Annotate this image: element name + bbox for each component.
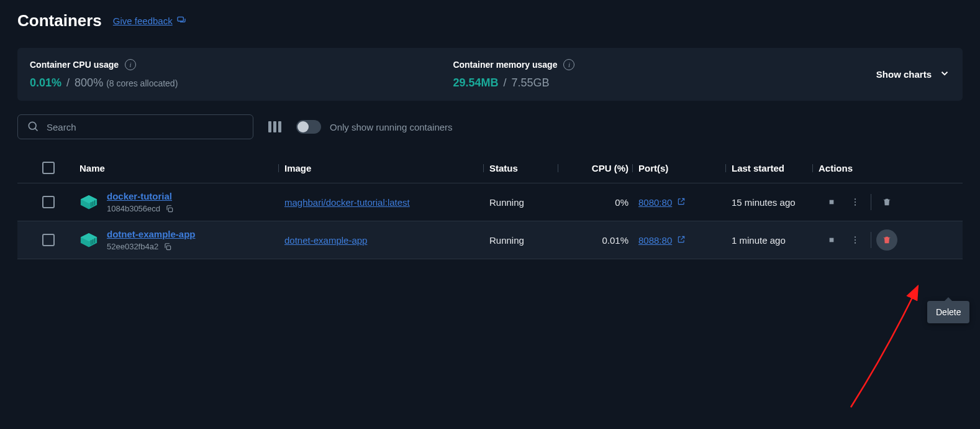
container-id: 1084b3056ecd xyxy=(107,204,160,213)
status-text: Running xyxy=(489,197,564,208)
svg-point-6 xyxy=(855,205,856,206)
cpu-usage-label: Container CPU usage xyxy=(30,60,119,70)
search-input-wrapper[interactable] xyxy=(17,114,253,139)
search-icon xyxy=(27,120,39,134)
delete-button[interactable] xyxy=(876,229,897,251)
table-row: dotnet-example-app 52ee032fb4a2 dotnet-e… xyxy=(17,221,963,259)
search-input[interactable] xyxy=(47,122,244,132)
more-actions-button[interactable] xyxy=(845,229,866,251)
memory-total: 7.55GB xyxy=(512,76,550,89)
row-checkbox[interactable] xyxy=(42,234,55,246)
image-link[interactable]: maghbari/docker-tutorial:latest xyxy=(284,197,410,208)
chevron-down-icon xyxy=(939,68,950,81)
table-header: Name Image Status CPU (%) Port(s) Last s… xyxy=(17,153,963,183)
select-all-checkbox[interactable] xyxy=(42,162,55,174)
cpu-total: 800% xyxy=(75,76,103,89)
svg-point-9 xyxy=(855,236,856,238)
action-divider xyxy=(871,194,871,210)
show-charts-button[interactable]: Show charts xyxy=(876,68,950,81)
stat-separator: / xyxy=(66,76,70,89)
row-checkbox[interactable] xyxy=(42,196,55,208)
give-feedback-link[interactable]: Give feedback xyxy=(113,15,186,27)
stat-separator: / xyxy=(503,76,506,89)
show-charts-label: Show charts xyxy=(876,69,932,80)
cpu-usage-block: Container CPU usage i 0.01% / 800% (8 co… xyxy=(30,59,453,90)
info-icon[interactable]: i xyxy=(563,59,574,70)
port-link[interactable]: 8080:80 xyxy=(638,197,672,208)
info-icon[interactable]: i xyxy=(125,59,136,70)
status-text: Running xyxy=(489,235,564,246)
stats-panel: Container CPU usage i 0.01% / 800% (8 co… xyxy=(17,48,963,101)
cpu-value: 0% xyxy=(564,197,638,208)
toggle-label: Only show running containers xyxy=(330,122,453,132)
delete-button[interactable] xyxy=(876,191,897,213)
cpu-note: (8 cores allocated) xyxy=(106,78,178,88)
header-last-started[interactable]: Last started xyxy=(732,163,819,173)
svg-point-1 xyxy=(29,122,36,129)
container-id: 52ee032fb4a2 xyxy=(107,242,158,251)
header-cpu[interactable]: CPU (%) xyxy=(564,163,638,173)
image-link[interactable]: dotnet-example-app xyxy=(284,235,367,246)
svg-rect-2 xyxy=(168,208,172,211)
header-ports[interactable]: Port(s) xyxy=(638,163,732,173)
stop-button[interactable] xyxy=(821,229,842,251)
toggle-knob xyxy=(297,121,309,132)
svg-rect-0 xyxy=(178,17,183,21)
cpu-used: 0.01% xyxy=(30,76,61,89)
copy-icon[interactable] xyxy=(165,205,174,213)
last-started: 15 minutes ago xyxy=(732,197,819,208)
memory-used: 29.54MB xyxy=(453,76,498,89)
running-only-toggle[interactable] xyxy=(296,120,321,134)
container-icon xyxy=(79,194,98,210)
external-link-icon[interactable] xyxy=(677,197,686,208)
svg-point-11 xyxy=(855,242,856,244)
header-status[interactable]: Status xyxy=(489,163,564,173)
header-actions: Actions xyxy=(819,163,924,173)
header-image[interactable]: Image xyxy=(284,163,489,173)
action-divider xyxy=(871,232,871,248)
page-title: Containers xyxy=(17,11,102,30)
svg-rect-3 xyxy=(830,200,834,205)
memory-usage-block: Container memory usage i 29.54MB / 7.55G… xyxy=(453,59,876,90)
svg-point-4 xyxy=(855,198,856,200)
external-link-icon[interactable] xyxy=(677,235,686,246)
port-link[interactable]: 8088:80 xyxy=(638,235,672,246)
annotation-arrow xyxy=(845,274,944,418)
delete-tooltip: Delete xyxy=(927,301,969,323)
table-row: docker-tutorial 1084b3056ecd maghbari/do… xyxy=(17,183,963,221)
container-name-link[interactable]: dotnet-example-app xyxy=(107,229,196,239)
copy-icon[interactable] xyxy=(163,242,172,251)
last-started: 1 minute ago xyxy=(732,235,819,246)
container-icon xyxy=(79,232,98,248)
svg-point-5 xyxy=(855,201,856,203)
svg-rect-7 xyxy=(166,246,170,249)
more-actions-button[interactable] xyxy=(845,191,866,213)
feedback-label: Give feedback xyxy=(113,16,173,26)
svg-rect-8 xyxy=(830,238,834,242)
stop-button[interactable] xyxy=(821,191,842,213)
svg-point-10 xyxy=(855,239,856,241)
containers-table: Name Image Status CPU (%) Port(s) Last s… xyxy=(17,153,963,259)
columns-icon[interactable] xyxy=(268,121,281,132)
memory-usage-label: Container memory usage xyxy=(453,60,557,70)
feedback-icon xyxy=(176,15,186,27)
header-name[interactable]: Name xyxy=(79,163,284,173)
cpu-value: 0.01% xyxy=(564,235,638,246)
container-name-link[interactable]: docker-tutorial xyxy=(107,191,174,201)
